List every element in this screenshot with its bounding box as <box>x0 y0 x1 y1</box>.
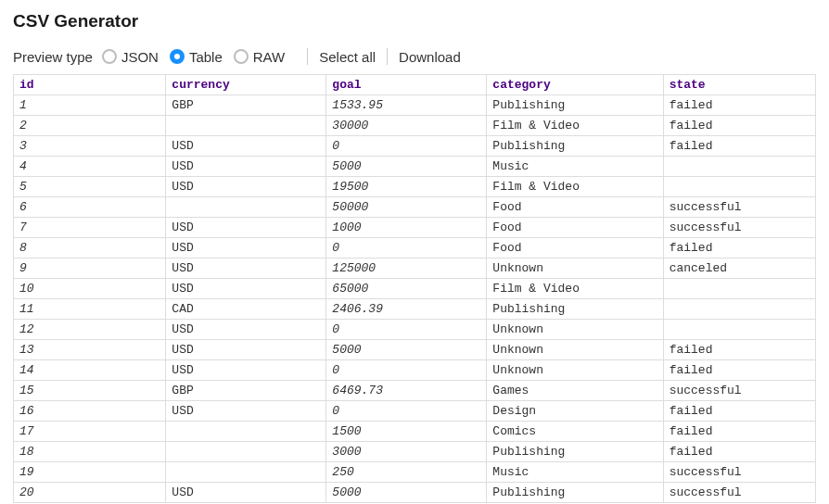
table-row[interactable]: 15GBP6469.73Gamessuccessful <box>14 381 816 401</box>
cell-state: failed <box>663 401 815 422</box>
cell-goal: 125000 <box>326 258 487 279</box>
cell-state <box>663 299 815 320</box>
table-row[interactable]: 20USD5000Publishingsuccessful <box>14 483 816 503</box>
cell-currency: USD <box>166 258 326 279</box>
data-table: id currency goal category state 1GBP1533… <box>13 74 816 503</box>
cell-id: 6 <box>14 197 166 218</box>
cell-category: Publishing <box>487 483 663 503</box>
cell-currency <box>166 116 326 136</box>
col-header-currency[interactable]: currency <box>166 75 326 95</box>
cell-category: Food <box>487 238 663 258</box>
cell-id: 4 <box>14 157 166 177</box>
cell-goal: 0 <box>326 360 487 381</box>
radio-icon <box>234 49 249 64</box>
cell-id: 2 <box>14 116 166 136</box>
cell-id: 1 <box>14 95 166 116</box>
table-row[interactable]: 12USD0Unknown <box>14 320 816 340</box>
cell-goal: 0 <box>326 320 487 340</box>
col-header-state[interactable]: state <box>663 75 815 95</box>
cell-category: Music <box>487 157 663 177</box>
table-row[interactable]: 230000Film & Videofailed <box>14 116 816 136</box>
cell-id: 20 <box>14 483 166 503</box>
radio-icon <box>102 49 117 64</box>
toolbar-divider <box>307 48 308 65</box>
cell-state: failed <box>663 340 815 360</box>
cell-state <box>663 279 815 299</box>
cell-id: 15 <box>14 381 166 401</box>
cell-currency: USD <box>166 401 326 422</box>
cell-goal: 1533.95 <box>326 95 487 116</box>
cell-category: Film & Video <box>487 177 663 197</box>
cell-category: Music <box>487 462 663 483</box>
cell-currency: USD <box>166 177 326 197</box>
cell-currency: GBP <box>166 381 326 401</box>
table-row[interactable]: 10USD65000Film & Video <box>14 279 816 299</box>
cell-id: 11 <box>14 299 166 320</box>
cell-id: 9 <box>14 258 166 279</box>
table-row[interactable]: 4USD5000Music <box>14 157 816 177</box>
cell-goal: 5000 <box>326 340 487 360</box>
select-all-button[interactable]: Select all <box>319 49 376 65</box>
cell-id: 3 <box>14 136 166 157</box>
table-row[interactable]: 9USD125000Unknowncanceled <box>14 258 816 279</box>
cell-goal: 5000 <box>326 157 487 177</box>
table-row[interactable]: 650000Foodsuccessful <box>14 197 816 218</box>
col-header-category[interactable]: category <box>487 75 663 95</box>
table-row[interactable]: 5USD19500Film & Video <box>14 177 816 197</box>
table-row[interactable]: 183000Publishingfailed <box>14 442 816 462</box>
cell-goal: 6469.73 <box>326 381 487 401</box>
table-row[interactable]: 11CAD2406.39Publishing <box>14 299 816 320</box>
radio-label: RAW <box>253 49 285 65</box>
cell-category: Design <box>487 401 663 422</box>
table-header-row: id currency goal category state <box>14 75 816 95</box>
cell-id: 10 <box>14 279 166 299</box>
table-row[interactable]: 14USD0Unknownfailed <box>14 360 816 381</box>
cell-goal: 30000 <box>326 116 487 136</box>
cell-id: 17 <box>14 422 166 442</box>
preview-type-label: Preview type <box>13 49 93 65</box>
table-row[interactable]: 13USD5000Unknownfailed <box>14 340 816 360</box>
cell-currency: CAD <box>166 299 326 320</box>
cell-id: 12 <box>14 320 166 340</box>
table-row[interactable]: 1GBP1533.95Publishingfailed <box>14 95 816 116</box>
cell-id: 18 <box>14 442 166 462</box>
preview-type-json[interactable]: JSON <box>102 49 159 65</box>
cell-currency: USD <box>166 218 326 238</box>
preview-type-raw[interactable]: RAW <box>234 49 285 65</box>
cell-goal: 0 <box>326 136 487 157</box>
cell-category: Food <box>487 197 663 218</box>
cell-goal: 250 <box>326 462 487 483</box>
table-row[interactable]: 8USD0Foodfailed <box>14 238 816 258</box>
table-row[interactable]: 3USD0Publishingfailed <box>14 136 816 157</box>
cell-state: successful <box>663 483 815 503</box>
cell-currency: USD <box>166 340 326 360</box>
cell-currency <box>166 422 326 442</box>
table-row[interactable]: 171500Comicsfailed <box>14 422 816 442</box>
cell-category: Games <box>487 381 663 401</box>
cell-currency <box>166 442 326 462</box>
cell-currency: USD <box>166 136 326 157</box>
preview-type-table[interactable]: Table <box>170 49 223 65</box>
cell-state: failed <box>663 360 815 381</box>
page-title: CSV Generator <box>13 11 816 32</box>
cell-goal: 5000 <box>326 483 487 503</box>
cell-id: 7 <box>14 218 166 238</box>
cell-id: 14 <box>14 360 166 381</box>
cell-currency: GBP <box>166 95 326 116</box>
cell-category: Film & Video <box>487 116 663 136</box>
cell-state: failed <box>663 422 815 442</box>
col-header-id[interactable]: id <box>14 75 166 95</box>
cell-goal: 0 <box>326 238 487 258</box>
cell-currency <box>166 462 326 483</box>
radio-label: Table <box>189 49 223 65</box>
cell-state <box>663 177 815 197</box>
table-row[interactable]: 7USD1000Foodsuccessful <box>14 218 816 238</box>
cell-category: Unknown <box>487 360 663 381</box>
cell-state: failed <box>663 442 815 462</box>
table-row[interactable]: 19250Musicsuccessful <box>14 462 816 483</box>
toolbar: Preview type JSON Table RAW Select all D… <box>13 48 816 65</box>
table-row[interactable]: 16USD0Designfailed <box>14 401 816 422</box>
col-header-goal[interactable]: goal <box>326 75 487 95</box>
cell-category: Film & Video <box>487 279 663 299</box>
download-button[interactable]: Download <box>399 49 461 65</box>
